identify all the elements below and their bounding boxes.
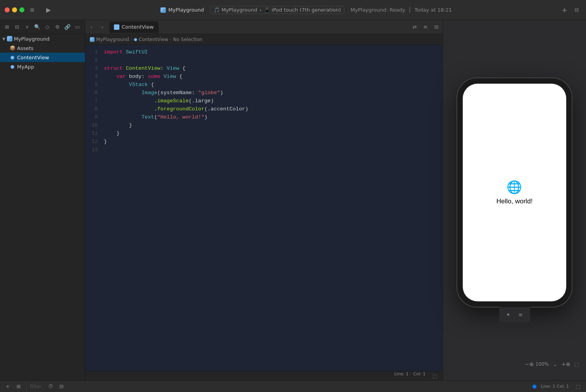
- sidebar-item-assets[interactable]: 📦 Assets: [0, 43, 85, 53]
- chevron-down-zoom-icon[interactable]: ⌄: [550, 359, 560, 369]
- code-line-8: 8 .foregroundColor(.accentColor): [85, 105, 443, 113]
- contentview-icon: ●: [9, 55, 16, 60]
- bottom-bar: + ⊞ Filter ⏱ ⊟ Line: 1 Col: 1 ⬚: [0, 380, 586, 392]
- minimap-icon[interactable]: ≡: [421, 22, 430, 32]
- minimize-button[interactable]: [12, 7, 17, 12]
- breadcrumb-playground[interactable]: MyPlayground: [90, 37, 129, 42]
- add-bottom-button[interactable]: +: [3, 382, 12, 391]
- preview-status-bar: ✦ ≡: [499, 307, 530, 322]
- screen-icon[interactable]: ⬚: [430, 371, 440, 381]
- code-line-4: 4 var body: some View {: [85, 72, 443, 81]
- maximize-button[interactable]: [19, 7, 24, 12]
- filter-area[interactable]: Filter: [27, 384, 45, 389]
- col-status: Col: 1: [413, 371, 426, 381]
- tab-playground-icon: [114, 24, 119, 30]
- breadcrumb-contentview-icon: ●: [134, 37, 137, 41]
- sidebar-rect-icon[interactable]: ▭: [73, 22, 82, 32]
- sidebar-search-icon[interactable]: 🔍: [33, 22, 42, 32]
- sidebar-minus-icon[interactable]: ⊟: [12, 22, 22, 32]
- code-line-1: 1 import SwiftUI: [85, 48, 443, 56]
- list-icon[interactable]: ≡: [516, 310, 526, 320]
- code-line-10: 10 }: [85, 121, 443, 129]
- breadcrumb-sep-1: ›: [131, 37, 132, 42]
- code-line-5: 5 VStack {: [85, 81, 443, 89]
- breadcrumb-noselection-label: No Selection: [173, 37, 202, 42]
- tab-nav: ‹ ›: [87, 22, 107, 32]
- code-line-11: 11 }: [85, 129, 443, 138]
- tab-bar: ‹ › ContentView ⇄ ≡ ⊟: [85, 20, 443, 34]
- hello-world-text: Hello, world!: [496, 198, 533, 205]
- titlebar-center: MyPlayground 🎵 MyPlayground › 📱 iPod tou…: [54, 6, 558, 14]
- myapp-icon: ●: [9, 64, 16, 69]
- status-indicator: [533, 385, 536, 389]
- breadcrumb-contentview[interactable]: ● ContentView: [134, 37, 168, 42]
- add-button[interactable]: +: [562, 6, 567, 14]
- sidebar-settings-icon[interactable]: ⚙: [53, 22, 62, 32]
- tab-contentview[interactable]: ContentView: [109, 21, 159, 33]
- sidebar-grid-icon[interactable]: ⊞: [2, 22, 12, 32]
- sidebar-item-label-myapp: MyApp: [17, 64, 34, 70]
- nav-back-button[interactable]: ‹: [87, 22, 96, 32]
- project-name: MyPlayground: [160, 7, 204, 13]
- code-line-9: 9 Text("Hello, world!"): [85, 113, 443, 121]
- playground-label: 🎵 MyPlayground: [214, 7, 257, 13]
- editor-status-right: Line: 1 Col: 1 ⬚: [394, 371, 440, 381]
- playground-icon: [160, 7, 166, 13]
- breadcrumb-sep-2: ›: [170, 37, 171, 42]
- code-line-2: 2: [85, 56, 443, 64]
- project-name-label: MyPlayground: [168, 7, 204, 13]
- sidebar: ⊞ ⊟ + 🔍 ◇ ⚙ 🔗 ▭ ▼ MyPlayground 📦 Assets …: [0, 20, 85, 380]
- breadcrumb-sep: ›: [259, 7, 261, 13]
- device-frame: 🌐 Hello, world!: [457, 78, 572, 307]
- sidebar-plus-icon[interactable]: +: [22, 22, 32, 32]
- chevron-down-icon: ▼: [2, 37, 5, 41]
- fullscreen-icon[interactable]: ⬚: [572, 359, 581, 369]
- sidebar-toggle-icon[interactable]: ⊞: [28, 5, 37, 15]
- traffic-lights: [5, 7, 24, 12]
- group-label: MyPlayground: [14, 36, 50, 42]
- code-editor[interactable]: 1 import SwiftUI 2 3 struct ContentView:…: [85, 45, 443, 371]
- layout-bottom-icon[interactable]: ⊟: [57, 382, 66, 391]
- code-line-7: 7 .imageScale(.large): [85, 97, 443, 105]
- sidebar-toolbar: ⊞ ⊟ + 🔍 ◇ ⚙ 🔗 ▭: [0, 20, 85, 34]
- breadcrumb-playground-label: MyPlayground: [96, 37, 129, 42]
- sidebar-item-myapp[interactable]: ● MyApp: [0, 62, 85, 71]
- screen-bottom-icon[interactable]: ⬚: [574, 382, 583, 391]
- sidebar-item-label-assets: Assets: [17, 45, 33, 51]
- sidebar-item-label-contentview: ContentView: [17, 55, 49, 60]
- titlebar-right: + ⊟: [562, 5, 581, 15]
- close-button[interactable]: [5, 7, 10, 12]
- code-line-12: 12 }: [85, 138, 443, 146]
- play-button[interactable]: ▶: [46, 6, 51, 14]
- preview-panel: 🌐 Hello, world! ✦ ≡ −⊕ 100% ⌄ +⊕ ⬚: [443, 20, 586, 380]
- editor-and-preview: ‹ › ContentView ⇄ ≡ ⊟ MyPlayground: [85, 20, 586, 380]
- main-content: ⊞ ⊟ + 🔍 ◇ ⚙ 🔗 ▭ ▼ MyPlayground 📦 Assets …: [0, 20, 586, 380]
- grid-bottom-icon[interactable]: ⊞: [14, 382, 23, 391]
- sidebar-diamond-icon[interactable]: ◇: [43, 22, 52, 32]
- line-status: Line: 1: [394, 371, 408, 381]
- editor-actions-icon[interactable]: ⇄: [410, 22, 419, 32]
- split-view-button[interactable]: ⊟: [572, 5, 581, 15]
- nav-forward-button[interactable]: ›: [98, 22, 107, 32]
- line-col-status: Line: 1 Col: 1: [541, 384, 569, 389]
- code-line-13: 13: [85, 146, 443, 154]
- zoom-in-button[interactable]: +⊕: [561, 359, 570, 369]
- code-line-3: 3 struct ContentView: View {: [85, 64, 443, 72]
- device-label: 📱 iPod touch (7th generation): [264, 7, 341, 13]
- sidebar-link-icon[interactable]: 🔗: [63, 22, 72, 32]
- tab-label: ContentView: [122, 24, 154, 30]
- zoom-out-button[interactable]: −⊕: [525, 359, 534, 369]
- sidebar-item-contentview[interactable]: ● ContentView: [0, 53, 85, 62]
- device-breadcrumb[interactable]: 🎵 MyPlayground › 📱 iPod touch (7th gener…: [210, 6, 344, 14]
- star-icon[interactable]: ✦: [504, 310, 513, 320]
- breadcrumb-noselection[interactable]: No Selection: [173, 37, 202, 42]
- breadcrumb-bar: MyPlayground › ● ContentView › No Select…: [85, 34, 443, 45]
- inspector-icon[interactable]: ⊟: [432, 22, 441, 32]
- globe-icon: 🌐: [507, 180, 522, 194]
- clock-bottom-icon[interactable]: ⏱: [46, 382, 55, 391]
- zoom-level: 100%: [536, 361, 549, 367]
- sidebar-group-myplayground[interactable]: ▼ MyPlayground: [0, 34, 85, 43]
- editor-status-bar: Line: 1 Col: 1 ⬚: [85, 371, 443, 380]
- breadcrumb-playground-icon: [90, 37, 95, 42]
- playground-folder-icon: [7, 36, 12, 41]
